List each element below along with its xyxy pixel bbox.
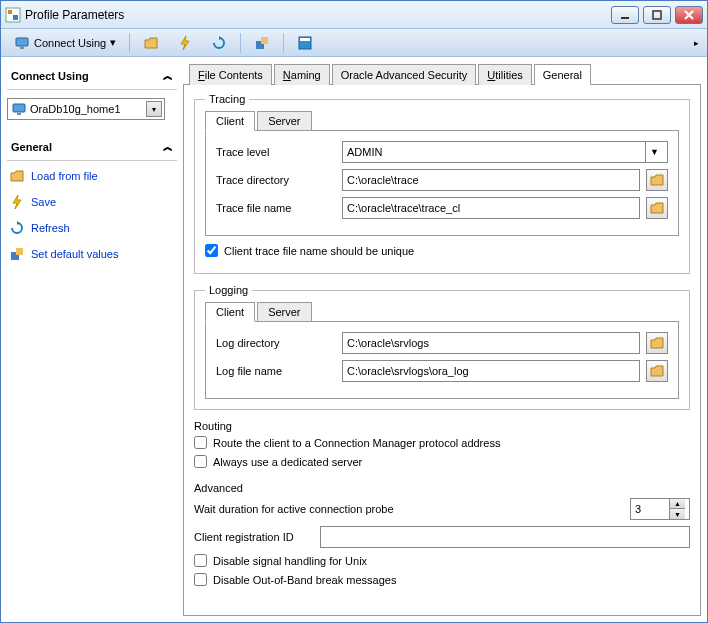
browse-button[interactable] xyxy=(646,197,668,219)
close-button[interactable] xyxy=(675,6,703,24)
spin-down-button[interactable]: ▼ xyxy=(669,509,685,519)
save-button[interactable] xyxy=(170,32,200,54)
svg-rect-13 xyxy=(13,104,25,112)
trace-level-value: ADMIN xyxy=(347,146,645,158)
trace-dir-input[interactable] xyxy=(342,169,640,191)
logging-client-body: Log directory Log file name xyxy=(205,321,679,399)
folder-icon xyxy=(650,173,664,187)
tab-oas[interactable]: Oracle Advanced Security xyxy=(332,64,477,85)
view-button[interactable] xyxy=(290,32,320,54)
lightning-icon xyxy=(9,194,25,210)
disable-oob-checkbox[interactable] xyxy=(194,573,207,586)
dropdown-arrow-icon[interactable]: ▾ xyxy=(146,101,162,117)
window-title: Profile Parameters xyxy=(25,8,611,22)
spin-up-button[interactable]: ▲ xyxy=(669,499,685,509)
wait-value[interactable] xyxy=(631,503,669,515)
sidebar-item-save[interactable]: Save xyxy=(7,191,177,213)
tab-file-contents[interactable]: File Contents xyxy=(189,64,272,85)
trace-level-select[interactable]: ADMIN ▼ xyxy=(342,141,668,163)
home-combo-value: OraDb10g_home1 xyxy=(30,103,121,115)
trace-dir-text[interactable] xyxy=(347,174,635,186)
wait-spinner[interactable]: ▲ ▼ xyxy=(630,498,690,520)
home-combo[interactable]: OraDb10g_home1 ▾ xyxy=(7,98,165,120)
sidebar: Connect Using ︽ OraDb10g_home1 ▾ General… xyxy=(7,63,177,616)
log-file-label: Log file name xyxy=(216,365,336,377)
log-dir-input[interactable] xyxy=(342,332,640,354)
tracing-tab-client[interactable]: Client xyxy=(205,111,255,131)
tracing-group: Tracing Client Server Trace level ADMIN … xyxy=(194,93,690,274)
disable-signal-checkbox[interactable] xyxy=(194,554,207,567)
sidebar-item-label: Save xyxy=(31,196,56,208)
wait-label: Wait duration for active connection prob… xyxy=(194,503,424,515)
connect-using-header-label: Connect Using xyxy=(11,70,89,82)
connect-using-header: Connect Using ︽ xyxy=(7,63,177,90)
log-dir-label: Log directory xyxy=(216,337,336,349)
sidebar-item-label: Load from file xyxy=(31,170,98,182)
dropdown-arrow-icon: ▾ xyxy=(110,36,116,49)
load-button[interactable] xyxy=(136,32,166,54)
logging-tab-server[interactable]: Server xyxy=(257,302,311,322)
folder-icon xyxy=(650,336,664,350)
dedicated-label: Always use a dedicated server xyxy=(213,456,362,468)
sidebar-item-defaults[interactable]: Set default values xyxy=(7,243,177,265)
main: File Contents Naming Oracle Advanced Sec… xyxy=(183,63,701,616)
separator xyxy=(240,33,241,53)
defaults-button[interactable] xyxy=(247,32,277,54)
body: Connect Using ︽ OraDb10g_home1 ▾ General… xyxy=(1,57,707,622)
toolbar-overflow[interactable]: ▸ xyxy=(691,31,701,55)
unique-checkbox[interactable] xyxy=(205,244,218,257)
log-file-input[interactable] xyxy=(342,360,640,382)
tracing-tab-server[interactable]: Server xyxy=(257,111,311,131)
tab-naming[interactable]: Naming xyxy=(274,64,330,85)
svg-rect-1 xyxy=(8,10,12,14)
tracing-legend: Tracing xyxy=(205,93,249,105)
monitor-icon xyxy=(14,35,30,51)
general-header: General ︽ xyxy=(7,134,177,161)
logging-tab-client[interactable]: Client xyxy=(205,302,255,322)
monitor-icon xyxy=(12,102,26,116)
svg-rect-14 xyxy=(17,113,21,115)
sidebar-item-label: Set default values xyxy=(31,248,118,260)
dropdown-arrow-icon[interactable]: ▼ xyxy=(645,142,663,162)
maximize-button[interactable] xyxy=(643,6,671,24)
log-file-text[interactable] xyxy=(347,365,635,377)
tab-general[interactable]: General xyxy=(534,64,591,85)
main-tabs: File Contents Naming Oracle Advanced Sec… xyxy=(183,63,701,84)
sidebar-item-label: Refresh xyxy=(31,222,70,234)
sidebar-item-refresh[interactable]: Refresh xyxy=(7,217,177,239)
svg-rect-12 xyxy=(300,38,310,41)
unique-label: Client trace file name should be unique xyxy=(224,245,414,257)
browse-button[interactable] xyxy=(646,332,668,354)
collapse-icon[interactable]: ︽ xyxy=(163,69,173,83)
defaults-icon xyxy=(9,246,25,262)
app-icon xyxy=(5,7,21,23)
browse-button[interactable] xyxy=(646,360,668,382)
connect-using-dropdown[interactable]: Connect Using ▾ xyxy=(7,32,123,54)
dedicated-checkbox[interactable] xyxy=(194,455,207,468)
folder-open-icon xyxy=(9,168,25,184)
routing-legend: Routing xyxy=(194,420,690,432)
toolbar: Connect Using ▾ ▸ xyxy=(1,29,707,57)
refresh-button[interactable] xyxy=(204,32,234,54)
regid-input[interactable] xyxy=(320,526,690,548)
sidebar-item-load[interactable]: Load from file xyxy=(7,165,177,187)
trace-file-text[interactable] xyxy=(347,202,635,214)
regid-label: Client registration ID xyxy=(194,531,314,543)
trace-file-input[interactable] xyxy=(342,197,640,219)
refresh-icon xyxy=(9,220,25,236)
route-cm-checkbox[interactable] xyxy=(194,436,207,449)
log-dir-text[interactable] xyxy=(347,337,635,349)
svg-rect-16 xyxy=(16,248,23,255)
collapse-icon[interactable]: ︽ xyxy=(163,140,173,154)
minimize-button[interactable] xyxy=(611,6,639,24)
trace-level-label: Trace level xyxy=(216,146,336,158)
folder-icon xyxy=(650,364,664,378)
svg-rect-8 xyxy=(20,47,24,49)
window: Profile Parameters Connect Using ▾ ▸ Con… xyxy=(0,0,708,623)
general-header-label: General xyxy=(11,141,52,153)
browse-button[interactable] xyxy=(646,169,668,191)
folder-open-icon xyxy=(143,35,159,51)
tab-utilities[interactable]: Utilities xyxy=(478,64,531,85)
disable-oob-label: Disable Out-of-Band break messages xyxy=(213,574,396,586)
svg-rect-4 xyxy=(653,11,661,19)
